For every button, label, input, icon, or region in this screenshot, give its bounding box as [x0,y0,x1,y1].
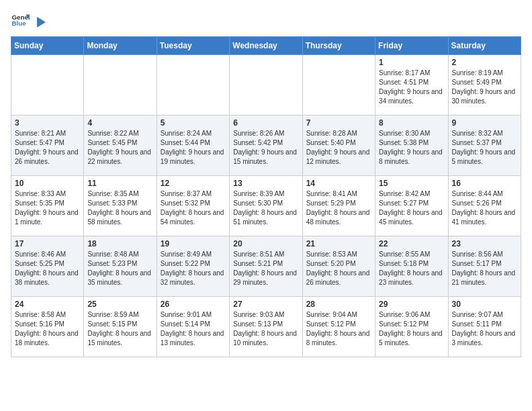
logo: General Blue [11,11,48,30]
calendar-cell: 17Sunrise: 8:46 AM Sunset: 5:25 PM Dayli… [11,236,84,297]
day-number: 5 [161,118,226,128]
calendar-cell: 20Sunrise: 8:51 AM Sunset: 5:21 PM Dayli… [230,236,302,297]
day-number: 25 [87,300,152,309]
column-header-saturday: Saturday [448,37,521,55]
day-info: Sunrise: 8:58 AM Sunset: 5:16 PM Dayligh… [15,310,80,348]
calendar-cell: 12Sunrise: 8:37 AM Sunset: 5:32 PM Dayli… [157,176,229,236]
column-header-tuesday: Tuesday [157,37,229,55]
day-number: 2 [452,58,517,67]
calendar-cell: 3Sunrise: 8:21 AM Sunset: 5:47 PM Daylig… [11,116,84,176]
calendar-week-row: 10Sunrise: 8:33 AM Sunset: 5:35 PM Dayli… [11,176,521,236]
calendar-week-row: 17Sunrise: 8:46 AM Sunset: 5:25 PM Dayli… [11,236,521,297]
logo-icon: General Blue [11,11,30,30]
calendar-cell: 10Sunrise: 8:33 AM Sunset: 5:35 PM Dayli… [11,176,84,236]
day-info: Sunrise: 8:41 AM Sunset: 5:29 PM Dayligh… [306,189,371,227]
calendar-cell: 6Sunrise: 8:26 AM Sunset: 5:42 PM Daylig… [230,116,302,176]
logo-arrow-icon [34,15,47,29]
day-info: Sunrise: 9:01 AM Sunset: 5:14 PM Dayligh… [161,310,226,348]
column-header-monday: Monday [84,37,157,55]
calendar-cell: 7Sunrise: 8:28 AM Sunset: 5:40 PM Daylig… [302,116,375,176]
column-header-wednesday: Wednesday [230,37,302,55]
day-number: 27 [233,300,298,309]
calendar-cell: 22Sunrise: 8:55 AM Sunset: 5:18 PM Dayli… [375,236,448,297]
calendar-cell: 30Sunrise: 9:07 AM Sunset: 5:11 PM Dayli… [448,297,521,357]
calendar-cell: 5Sunrise: 8:24 AM Sunset: 5:44 PM Daylig… [157,116,229,176]
calendar-cell: 14Sunrise: 8:41 AM Sunset: 5:29 PM Dayli… [302,176,375,236]
day-number: 12 [161,179,226,188]
day-info: Sunrise: 9:03 AM Sunset: 5:13 PM Dayligh… [233,310,298,348]
calendar-cell: 11Sunrise: 8:35 AM Sunset: 5:33 PM Dayli… [84,176,157,236]
calendar-cell: 19Sunrise: 8:49 AM Sunset: 5:22 PM Dayli… [157,236,229,297]
calendar-cell: 28Sunrise: 9:04 AM Sunset: 5:12 PM Dayli… [302,297,375,357]
column-header-sunday: Sunday [11,37,84,55]
day-number: 13 [233,179,298,188]
day-info: Sunrise: 8:30 AM Sunset: 5:38 PM Dayligh… [379,129,444,167]
day-number: 4 [87,118,152,128]
calendar-cell [230,55,302,116]
column-header-friday: Friday [375,37,448,55]
day-info: Sunrise: 8:22 AM Sunset: 5:45 PM Dayligh… [87,129,152,167]
day-info: Sunrise: 8:21 AM Sunset: 5:47 PM Dayligh… [15,129,80,167]
day-info: Sunrise: 8:55 AM Sunset: 5:18 PM Dayligh… [379,250,444,287]
calendar-cell [157,55,229,116]
day-number: 3 [15,118,80,128]
day-info: Sunrise: 9:06 AM Sunset: 5:12 PM Dayligh… [379,310,444,348]
calendar-cell: 9Sunrise: 8:32 AM Sunset: 5:37 PM Daylig… [448,116,521,176]
calendar-cell: 4Sunrise: 8:22 AM Sunset: 5:45 PM Daylig… [84,116,157,176]
day-number: 19 [161,239,226,248]
calendar-cell: 18Sunrise: 8:48 AM Sunset: 5:23 PM Dayli… [84,236,157,297]
svg-text:Blue: Blue [11,19,26,27]
calendar-header-row: SundayMondayTuesdayWednesdayThursdayFrid… [11,37,521,55]
day-number: 29 [379,300,444,309]
calendar-cell [11,55,84,116]
day-info: Sunrise: 9:07 AM Sunset: 5:11 PM Dayligh… [452,310,517,348]
day-number: 17 [15,239,80,248]
calendar-week-row: 3Sunrise: 8:21 AM Sunset: 5:47 PM Daylig… [11,116,521,176]
calendar-cell [302,55,375,116]
day-info: Sunrise: 8:48 AM Sunset: 5:23 PM Dayligh… [87,250,152,287]
column-header-thursday: Thursday [302,37,375,55]
calendar-cell: 1Sunrise: 8:17 AM Sunset: 4:51 PM Daylig… [375,55,448,116]
day-number: 28 [306,300,371,309]
day-info: Sunrise: 8:49 AM Sunset: 5:22 PM Dayligh… [161,250,226,287]
day-number: 7 [306,118,371,128]
day-info: Sunrise: 8:17 AM Sunset: 4:51 PM Dayligh… [379,68,444,106]
calendar-cell: 23Sunrise: 8:56 AM Sunset: 5:17 PM Dayli… [448,236,521,297]
day-number: 9 [452,118,517,128]
calendar-week-row: 1Sunrise: 8:17 AM Sunset: 4:51 PM Daylig… [11,55,521,116]
calendar-cell: 21Sunrise: 8:53 AM Sunset: 5:20 PM Dayli… [302,236,375,297]
day-number: 21 [306,239,371,248]
day-number: 14 [306,179,371,188]
day-info: Sunrise: 8:59 AM Sunset: 5:15 PM Dayligh… [87,310,152,348]
day-info: Sunrise: 8:39 AM Sunset: 5:30 PM Dayligh… [233,189,298,227]
day-number: 30 [452,300,517,309]
day-info: Sunrise: 8:24 AM Sunset: 5:44 PM Dayligh… [161,129,226,167]
day-number: 22 [379,239,444,248]
calendar-table: SundayMondayTuesdayWednesdayThursdayFrid… [11,36,521,357]
day-number: 26 [161,300,226,309]
calendar-cell: 26Sunrise: 9:01 AM Sunset: 5:14 PM Dayli… [157,297,229,357]
day-number: 16 [452,179,517,188]
day-number: 1 [379,58,444,67]
day-info: Sunrise: 8:53 AM Sunset: 5:20 PM Dayligh… [306,250,371,287]
day-info: Sunrise: 8:35 AM Sunset: 5:33 PM Dayligh… [87,189,152,227]
calendar-cell [84,55,157,116]
day-info: Sunrise: 9:04 AM Sunset: 5:12 PM Dayligh… [306,310,371,348]
day-info: Sunrise: 8:19 AM Sunset: 5:49 PM Dayligh… [452,68,517,106]
day-number: 11 [87,179,152,188]
calendar-cell: 29Sunrise: 9:06 AM Sunset: 5:12 PM Dayli… [375,297,448,357]
day-info: Sunrise: 8:44 AM Sunset: 5:26 PM Dayligh… [452,189,517,227]
day-info: Sunrise: 8:51 AM Sunset: 5:21 PM Dayligh… [233,250,298,287]
day-info: Sunrise: 8:32 AM Sunset: 5:37 PM Dayligh… [452,129,517,167]
calendar-cell: 24Sunrise: 8:58 AM Sunset: 5:16 PM Dayli… [11,297,84,357]
day-info: Sunrise: 8:28 AM Sunset: 5:40 PM Dayligh… [306,129,371,167]
calendar-cell: 8Sunrise: 8:30 AM Sunset: 5:38 PM Daylig… [375,116,448,176]
day-number: 24 [15,300,80,309]
calendar-cell: 16Sunrise: 8:44 AM Sunset: 5:26 PM Dayli… [448,176,521,236]
day-number: 15 [379,179,444,188]
calendar-cell: 25Sunrise: 8:59 AM Sunset: 5:15 PM Dayli… [84,297,157,357]
calendar-cell: 15Sunrise: 8:42 AM Sunset: 5:27 PM Dayli… [375,176,448,236]
calendar-cell: 2Sunrise: 8:19 AM Sunset: 5:49 PM Daylig… [448,55,521,116]
day-info: Sunrise: 8:26 AM Sunset: 5:42 PM Dayligh… [233,129,298,167]
day-number: 6 [233,118,298,128]
